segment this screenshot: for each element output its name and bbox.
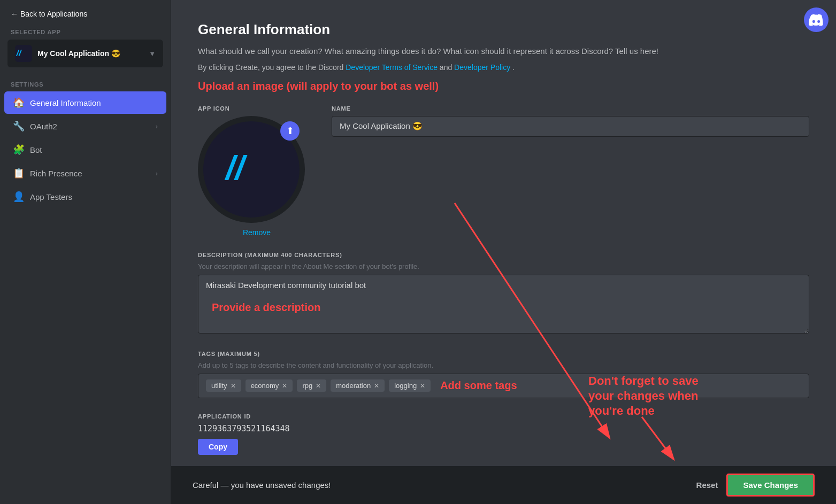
tag-logging: logging ✕ [389,379,431,392]
tag-rpg: rpg ✕ [297,379,326,392]
description-label: DESCRIPTION (MAXIMUM 400 CHARACTERS) [198,252,809,258]
sidebar-item-left: 🔧 OAuth2 [13,120,57,132]
tos-line: By clicking Create, you agree to the Dis… [198,63,809,72]
reset-button[interactable]: Reset [696,480,718,490]
tag-remove-icon[interactable]: ✕ [282,382,287,390]
sidebar-item-left: 📋 Rich Presence [13,167,82,179]
save-bar: Careful — you have unsaved changes! Rese… [171,466,836,504]
sidebar-item-label: OAuth2 [30,122,57,131]
tag-remove-icon[interactable]: ✕ [374,382,379,390]
back-to-applications-link[interactable]: ← Back to Applications [0,0,171,26]
sidebar-item-label: Rich Presence [30,169,82,178]
tags-helper: Add up to 5 tags to describe the content… [198,361,809,369]
icon-name-row: APP ICON // ⬆ Remove NAME [198,105,809,237]
chevron-right-icon: › [156,169,158,177]
app-logo-mini: // [15,45,32,62]
home-icon: 🏠 [13,97,24,108]
sidebar-item-label: App Testers [30,192,72,201]
person-icon: 👤 [13,191,24,203]
list-icon: 📋 [13,167,24,179]
tags-container[interactable]: utility ✕ economy ✕ rpg ✕ moderation ✕ l… [198,374,809,398]
app-icon-container[interactable]: // ⬆ [198,116,305,223]
app-selector-left: // My Cool Application 😎 [15,45,120,62]
upload-image-button[interactable]: ⬆ [280,121,300,141]
copy-app-id-button[interactable]: Copy [198,439,238,455]
sidebar-item-oauth2[interactable]: 🔧 OAuth2 › [4,115,166,137]
svg-text://: // [224,151,248,187]
tag-label: logging [394,382,417,390]
settings-section-label: SETTINGS [0,75,171,91]
tag-label: utility [211,382,227,390]
page-description: What should we call your creation? What … [198,45,809,58]
sidebar-item-app-testers[interactable]: 👤 App Testers [4,185,166,208]
sidebar: ← Back to Applications SELECTED APP // M… [0,0,171,504]
sidebar-item-left: 👤 App Testers [13,191,72,203]
main-content: General Information What should we call … [171,0,836,504]
app-name: My Cool Application 😎 [37,49,120,58]
chevron-down-icon: ▼ [149,50,156,58]
tos-link2[interactable]: Developer Policy [454,63,510,72]
upload-annotation: Upload an image (will apply to your bot … [198,80,809,92]
tags-annotation: Add some tags [440,379,517,392]
upload-icon: ⬆ [286,125,294,137]
page-title: General Information [198,21,809,38]
tags-section: TAGS (MAXIMUM 5) Add up to 5 tags to des… [198,351,809,398]
description-annotation: Provide a description [212,301,320,314]
tag-label: moderation [336,382,371,390]
wrench-icon: 🔧 [13,120,24,132]
sidebar-item-bot[interactable]: 🧩 Bot [4,138,166,161]
app-icon-label: APP ICON [198,105,316,112]
tag-label: rpg [302,382,312,390]
tag-utility: utility ✕ [206,379,241,392]
description-section: DESCRIPTION (MAXIMUM 400 CHARACTERS) You… [198,252,809,336]
sidebar-item-label: General Information [30,98,101,107]
sidebar-item-label: Bot [30,145,42,154]
tag-remove-icon[interactable]: ✕ [231,382,236,390]
sidebar-item-left: 🏠 General Information [13,97,101,108]
tag-economy: economy ✕ [246,379,293,392]
tag-remove-icon[interactable]: ✕ [316,382,321,390]
name-label: NAME [332,105,809,112]
application-id-value: 1129363793521164348 [198,424,809,433]
discord-icon [804,7,829,32]
tos-link1[interactable]: Developer Terms of Service [346,63,438,72]
tag-moderation: moderation ✕ [331,379,385,392]
name-section: NAME [332,105,809,222]
tag-label: economy [251,382,279,390]
description-helper: Your description will appear in the Abou… [198,262,809,270]
sidebar-item-general-information[interactable]: 🏠 General Information [4,91,166,114]
save-bar-message: Careful — you have unsaved changes! [193,480,331,490]
name-input[interactable] [332,116,809,137]
app-selector[interactable]: // My Cool Application 😎 ▼ [7,40,163,67]
sidebar-item-left: 🧩 Bot [13,144,42,156]
sidebar-item-rich-presence[interactable]: 📋 Rich Presence › [4,162,166,184]
save-changes-button[interactable]: Save Changes [726,474,815,497]
tag-remove-icon[interactable]: ✕ [420,382,425,390]
save-bar-actions: Reset Save Changes [696,474,815,497]
tags-label: TAGS (MAXIMUM 5) [198,351,809,357]
chevron-right-icon: › [156,122,158,130]
app-icon-section: APP ICON // ⬆ Remove [198,105,316,237]
application-id-label: APPLICATION ID [198,413,809,420]
svg-text://: // [16,49,22,58]
puzzle-icon: 🧩 [13,144,24,156]
application-id-section: APPLICATION ID 1129363793521164348 Copy [198,413,809,455]
remove-icon-link[interactable]: Remove [198,228,316,237]
selected-app-section-label: SELECTED APP [0,26,171,37]
